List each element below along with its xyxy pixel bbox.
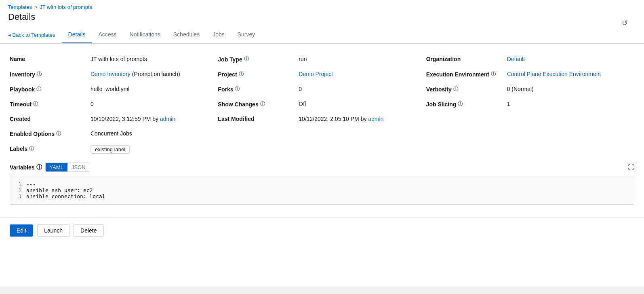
execution-env-help-icon[interactable]: ⓘ bbox=[491, 71, 496, 78]
verbosity-label: Verbosity ⓘ bbox=[426, 86, 507, 93]
tab-access[interactable]: Access bbox=[92, 26, 123, 43]
detail-body: Name JT with lots of prompts Job Type ⓘ … bbox=[0, 44, 644, 218]
project-label: Project ⓘ bbox=[218, 71, 299, 78]
verbosity-value: 0 (Normal) bbox=[507, 86, 634, 92]
inventory-help-icon[interactable]: ⓘ bbox=[37, 71, 42, 78]
line-code-2: ansible_ssh_user: ec2 bbox=[26, 187, 93, 193]
row-5: Created 10/10/2022, 3:12:59 PM by admin … bbox=[10, 112, 634, 126]
execution-env-label: Execution Environment ⓘ bbox=[426, 71, 507, 78]
show-changes-label: Show Changes ⓘ bbox=[218, 101, 299, 108]
code-line-2: 2 ansible_ssh_user: ec2 bbox=[10, 187, 634, 193]
breadcrumb-current-link[interactable]: JT with lots of prompts bbox=[40, 4, 92, 10]
last-modified-value: 10/12/2022, 2:05:10 PM by admin bbox=[299, 116, 426, 122]
forks-help-icon[interactable]: ⓘ bbox=[235, 86, 240, 93]
job-slicing-label: Job Slicing ⓘ bbox=[426, 101, 507, 108]
tab-schedules[interactable]: Schedules bbox=[167, 26, 206, 43]
labels-help-icon[interactable]: ⓘ bbox=[29, 145, 34, 152]
breadcrumb-separator: > bbox=[34, 4, 37, 10]
variables-toggle-group: YAML JSON bbox=[45, 163, 90, 172]
history-icon[interactable]: ↺ bbox=[622, 19, 628, 27]
yaml-toggle-button[interactable]: YAML bbox=[46, 163, 67, 171]
organization-label: Organization bbox=[426, 56, 507, 62]
created-value: 10/10/2022, 3:12:59 PM by admin bbox=[90, 116, 218, 122]
job-slicing-value: 1 bbox=[507, 101, 634, 107]
tab-notifications[interactable]: Notifications bbox=[123, 26, 167, 43]
tab-bar: ◂ Back to Templates Details Access Notif… bbox=[0, 26, 644, 44]
tab-survey[interactable]: Survey bbox=[231, 26, 262, 43]
delete-button[interactable]: Delete bbox=[74, 224, 103, 237]
variables-code-block: 1 --- 2 ansible_ssh_user: ec2 3 ansible_… bbox=[10, 176, 634, 205]
json-toggle-button[interactable]: JSON bbox=[67, 163, 90, 171]
show-changes-value: Off bbox=[299, 101, 426, 107]
launch-button[interactable]: Launch bbox=[37, 224, 69, 237]
created-admin-link[interactable]: admin bbox=[160, 116, 175, 122]
verbosity-help-icon[interactable]: ⓘ bbox=[453, 86, 458, 93]
timeout-value: 0 bbox=[90, 101, 218, 107]
labels-label: Labels ⓘ bbox=[10, 145, 90, 152]
forks-label: Forks ⓘ bbox=[218, 86, 299, 93]
line-code-3: ansible_connection: local bbox=[26, 193, 105, 199]
forks-value: 0 bbox=[299, 86, 426, 92]
show-changes-help-icon[interactable]: ⓘ bbox=[260, 101, 265, 108]
page-title: Details bbox=[8, 12, 636, 26]
row-4: Timeout ⓘ 0 Show Changes ⓘ Off Job Slici… bbox=[10, 97, 634, 112]
name-label: Name bbox=[10, 56, 90, 62]
action-bar: Edit Launch Delete bbox=[0, 218, 644, 243]
variables-section: Variables ⓘ YAML JSON ⛶ 1 --- 2 ansible_… bbox=[10, 158, 634, 209]
playbook-help-icon[interactable]: ⓘ bbox=[36, 86, 41, 93]
playbook-value: hello_world.yml bbox=[90, 86, 218, 92]
tab-details[interactable]: Details bbox=[62, 26, 92, 43]
enabled-options-help-icon[interactable]: ⓘ bbox=[56, 130, 61, 137]
last-modified-admin-link[interactable]: admin bbox=[368, 116, 383, 122]
row-7: Labels ⓘ existing label bbox=[10, 141, 634, 158]
tab-jobs[interactable]: Jobs bbox=[206, 26, 231, 43]
breadcrumb-templates-link[interactable]: Templates bbox=[8, 4, 32, 10]
line-num-3: 3 bbox=[10, 193, 26, 199]
project-link[interactable]: Demo Project bbox=[299, 71, 333, 77]
enabled-options-label: Enabled Options ⓘ bbox=[10, 130, 90, 137]
organization-link[interactable]: Default bbox=[507, 56, 525, 62]
code-line-3: 3 ansible_connection: local bbox=[10, 193, 634, 199]
inventory-value: Demo Inventory (Prompt on launch) bbox=[90, 71, 218, 77]
row-3: Playbook ⓘ hello_world.yml Forks ⓘ 0 Ver… bbox=[10, 82, 634, 97]
job-type-label: Job Type ⓘ bbox=[218, 56, 299, 63]
timeout-label: Timeout ⓘ bbox=[10, 101, 90, 108]
variables-header: Variables ⓘ YAML JSON ⛶ bbox=[10, 163, 634, 172]
job-slicing-help-icon[interactable]: ⓘ bbox=[458, 101, 463, 108]
last-modified-label: Last Modified bbox=[218, 116, 299, 122]
timeout-help-icon[interactable]: ⓘ bbox=[33, 101, 38, 108]
line-num-1: 1 bbox=[10, 181, 26, 187]
code-line-1: 1 --- bbox=[10, 181, 634, 187]
execution-env-link[interactable]: Control Plane Execution Environment bbox=[507, 71, 601, 77]
job-type-help-icon[interactable]: ⓘ bbox=[244, 56, 249, 63]
inventory-label: Inventory ⓘ bbox=[10, 71, 90, 78]
line-code-1: --- bbox=[26, 181, 36, 187]
back-to-templates-link[interactable]: ◂ Back to Templates bbox=[8, 32, 55, 38]
execution-env-value: Control Plane Execution Environment bbox=[507, 71, 634, 77]
organization-value: Default bbox=[507, 56, 634, 62]
inventory-link[interactable]: Demo Inventory bbox=[90, 71, 130, 77]
project-help-icon[interactable]: ⓘ bbox=[239, 71, 244, 78]
label-badge: existing label bbox=[90, 145, 130, 154]
created-label: Created bbox=[10, 116, 90, 122]
row-2: Inventory ⓘ Demo Inventory (Prompt on la… bbox=[10, 67, 634, 82]
enabled-options-value: Concurrent Jobs bbox=[90, 130, 218, 137]
edit-button[interactable]: Edit bbox=[10, 224, 33, 237]
variables-help-icon[interactable]: ⓘ bbox=[36, 164, 42, 171]
playbook-label: Playbook ⓘ bbox=[10, 86, 90, 93]
labels-value: existing label bbox=[90, 145, 218, 154]
row-1: Name JT with lots of prompts Job Type ⓘ … bbox=[10, 52, 634, 67]
expand-icon[interactable]: ⛶ bbox=[628, 164, 634, 171]
project-value: Demo Project bbox=[299, 71, 426, 77]
name-value: JT with lots of prompts bbox=[90, 56, 218, 62]
breadcrumb: Templates > JT with lots of prompts bbox=[8, 4, 636, 10]
line-num-2: 2 bbox=[10, 187, 26, 193]
job-type-value: run bbox=[299, 56, 426, 62]
row-6: Enabled Options ⓘ Concurrent Jobs bbox=[10, 126, 634, 141]
variables-label: Variables ⓘ bbox=[10, 164, 42, 171]
